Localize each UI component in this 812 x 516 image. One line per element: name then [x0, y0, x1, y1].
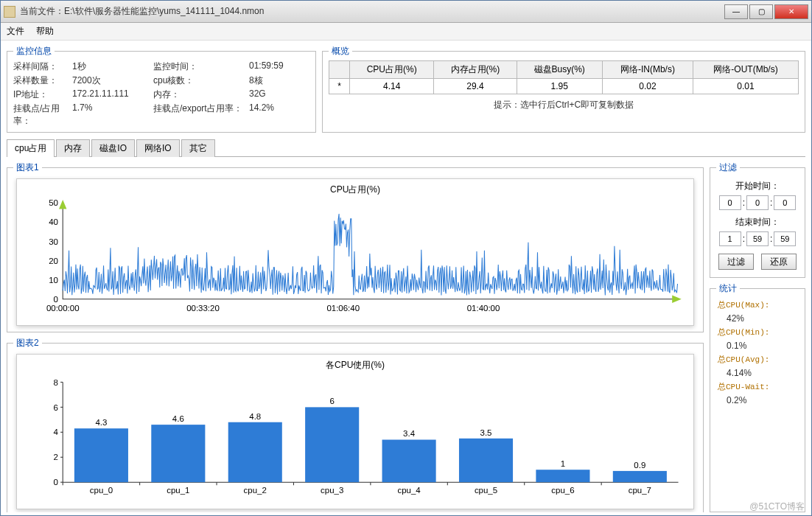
overview-header-row: CPU占用(%) 内存占用(%) 磁盘Busy(%) 网络-IN(Mb/s) 网…	[329, 61, 799, 79]
chart2-panel: 图表2 各CPU使用(%) 024684.3cpu_04.6cpu_14.8cp…	[7, 337, 704, 512]
filter-end-label: 结束时间：	[716, 216, 799, 229]
chart2-legend: 图表2	[13, 337, 42, 349]
ov-h2: 内存占用(%)	[434, 61, 517, 79]
svg-text:3.5: 3.5	[480, 428, 492, 437]
tab-other[interactable]: 其它	[181, 139, 215, 157]
app-icon	[4, 6, 15, 18]
end-hour[interactable]	[719, 231, 741, 246]
stat-value-row: 0.2%	[716, 394, 799, 407]
stat-label: 总CPU-Wait:	[718, 381, 769, 392]
left-column: 图表1 CPU占用(%) 0102030405000:00:0000:33:20…	[7, 161, 704, 512]
menubar: 文件 帮助	[1, 23, 811, 41]
svg-text:cpu_6: cpu_6	[551, 486, 574, 495]
chart2-box: 各CPU使用(%) 024684.3cpu_04.6cpu_14.8cpu_26…	[16, 354, 694, 509]
tab-memory[interactable]: 内存	[56, 139, 90, 157]
svg-text:10: 10	[49, 276, 58, 285]
minimize-button[interactable]: —	[724, 4, 748, 19]
tab-netio[interactable]: 网络IO	[136, 139, 180, 157]
svg-text:cpu_5: cpu_5	[475, 486, 497, 495]
svg-rect-50	[613, 471, 667, 482]
overview-table[interactable]: CPU占用(%) 内存占用(%) 磁盘Busy(%) 网络-IN(Mb/s) 网…	[329, 60, 799, 94]
svg-text:4: 4	[54, 428, 59, 437]
svg-text:0: 0	[54, 295, 58, 304]
svg-text:cpu_4: cpu_4	[397, 486, 421, 495]
chart1-plot[interactable]: 0102030405000:00:0000:33:2001:06:4001:40…	[24, 199, 686, 322]
ov-c5: 0.01	[693, 79, 799, 94]
monitor-info-legend: 监控信息	[13, 45, 55, 57]
svg-text:4.6: 4.6	[172, 414, 184, 423]
filter-button[interactable]: 过滤	[718, 254, 754, 270]
svg-text:2: 2	[54, 453, 58, 461]
svg-text:4.3: 4.3	[95, 418, 107, 427]
value-cores: 8核	[249, 74, 293, 87]
window-buttons: — ▢ ✕	[724, 4, 808, 19]
titlebar: 当前文件：E:\软件\服务器性能监控\yums_141111_1044.nmon…	[1, 1, 811, 23]
label-mem: 内存：	[153, 88, 249, 101]
stats-panel: 统计 总CPU(Max):42%总CPU(Min):0.1%总CPU(Avg):…	[710, 282, 805, 512]
value-ip: 172.21.11.111	[72, 88, 153, 101]
main-row: 图表1 CPU占用(%) 0102030405000:00:0000:33:20…	[7, 161, 805, 512]
app-window: 当前文件：E:\软件\服务器性能监控\yums_141111_1044.nmon…	[0, 0, 812, 516]
tab-cpu[interactable]: cpu占用	[7, 139, 55, 157]
svg-text:50: 50	[49, 199, 58, 207]
svg-marker-11	[672, 296, 682, 303]
svg-rect-22	[74, 428, 128, 482]
label-interval: 采样间隔：	[13, 60, 72, 73]
label-monitortime: 监控时间：	[153, 60, 249, 73]
svg-text:0.9: 0.9	[634, 461, 645, 470]
svg-text:01:06:40: 01:06:40	[326, 304, 360, 313]
svg-text:30: 30	[49, 237, 58, 246]
stat-label: 总CPU(Min):	[718, 327, 769, 338]
stat-value: 0.2%	[718, 395, 746, 405]
value-mem: 32G	[249, 88, 293, 101]
top-row: 监控信息 采样间隔： 1秒 监控时间： 01:59:59 采样数量： 7200次…	[7, 45, 805, 133]
end-sec[interactable]	[774, 231, 796, 246]
reset-button[interactable]: 还原	[761, 254, 797, 270]
stat-row: 总CPU-Wait:	[716, 380, 799, 394]
ov-c0: *	[329, 79, 350, 94]
svg-rect-26	[151, 425, 205, 482]
right-column: 过滤 开始时间： : : 结束时间： : : 过滤 还	[710, 161, 805, 512]
svg-rect-46	[536, 470, 589, 482]
svg-rect-38	[382, 440, 436, 483]
chart1-box: CPU占用(%) 0102030405000:00:0000:33:2001:0…	[16, 178, 694, 326]
svg-text:00:00:00: 00:00:00	[46, 304, 80, 313]
overview-panel: 概览 CPU占用(%) 内存占用(%) 磁盘Busy(%) 网络-IN(Mb/s…	[322, 45, 805, 133]
overview-data-row[interactable]: * 4.14 29.4 1.95 0.02 0.01	[329, 79, 799, 94]
label-ip: IP地址：	[13, 88, 72, 101]
chart1-panel: 图表1 CPU占用(%) 0102030405000:00:0000:33:20…	[7, 161, 704, 332]
chart2-plot[interactable]: 024684.3cpu_04.6cpu_14.8cpu_26cpu_33.4cp…	[24, 374, 686, 506]
start-sec[interactable]	[774, 195, 796, 210]
ov-c2: 29.4	[434, 79, 517, 94]
svg-text:cpu_0: cpu_0	[90, 486, 113, 495]
svg-rect-34	[305, 407, 359, 482]
menu-file[interactable]: 文件	[7, 25, 24, 38]
svg-text:40: 40	[49, 218, 58, 227]
overview-hint: 提示：选中行后Ctrl+C即可复制数据	[329, 99, 799, 111]
ov-h5: 网络-OUT(Mb/s)	[693, 61, 799, 79]
menu-help[interactable]: 帮助	[36, 25, 54, 38]
svg-text:1: 1	[561, 459, 565, 468]
close-button[interactable]: ✕	[774, 4, 808, 19]
ov-h4: 网络-IN(Mb/s)	[602, 61, 693, 79]
svg-text:01:40:00: 01:40:00	[467, 304, 500, 313]
end-min[interactable]	[746, 231, 769, 246]
svg-text:20: 20	[49, 257, 58, 265]
tab-diskio[interactable]: 磁盘IO	[91, 139, 135, 157]
filter-legend: 过滤	[716, 161, 740, 174]
filter-start-row: : :	[716, 195, 799, 210]
start-hour[interactable]	[719, 195, 741, 210]
svg-text:cpu_3: cpu_3	[321, 486, 343, 495]
stat-row: 总CPU(Max):	[716, 298, 799, 312]
start-min[interactable]	[746, 195, 769, 210]
ov-h1: CPU占用(%)	[350, 61, 434, 79]
svg-text:cpu_2: cpu_2	[244, 486, 267, 495]
maximize-button[interactable]: ▢	[749, 4, 773, 19]
filter-end-row: : :	[716, 231, 799, 246]
stat-value-row: 0.1%	[716, 339, 799, 352]
ov-c3: 1.95	[517, 79, 602, 94]
value-mount: 1.7%	[72, 102, 153, 128]
ov-h0	[329, 61, 350, 79]
chart1-legend: 图表1	[13, 161, 42, 174]
value-interval: 1秒	[72, 60, 153, 73]
